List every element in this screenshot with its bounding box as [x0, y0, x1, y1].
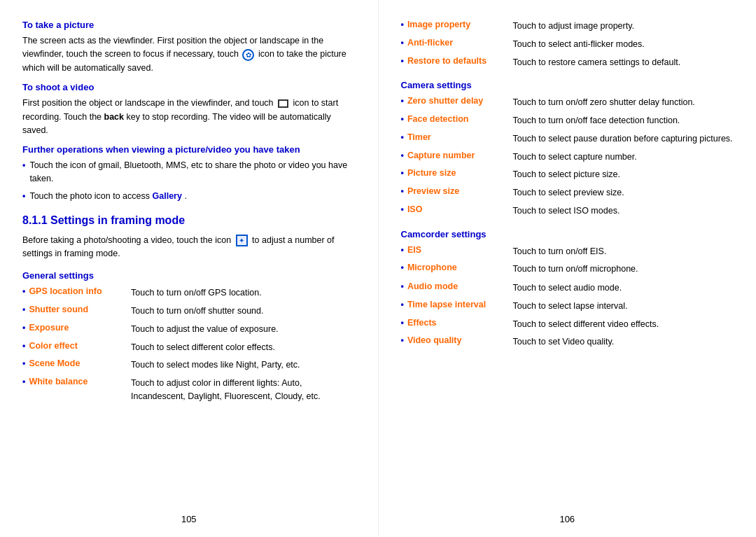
camcorder-settings-list: EIS Touch to turn on/off EIS. Microphone…	[401, 245, 734, 349]
camcorder-settings-heading: Camcorder settings	[401, 229, 734, 239]
setting-color-effect: Color effect Touch to select different c…	[22, 341, 356, 354]
shoot-video-heading: To shoot a video	[22, 82, 356, 92]
left-page: To take a picture The screen acts as the…	[0, 0, 379, 537]
further-heading: Further operations when viewing a pictur…	[22, 144, 356, 155]
general-settings-heading: General settings	[22, 270, 356, 281]
setting-restore-defaults: Restore to defaults Touch to restore cam…	[401, 56, 734, 69]
setting-zero-shutter: Zero shutter delay Touch to turn on/off …	[401, 96, 734, 109]
right-page-number: 106	[559, 514, 575, 524]
further-bullet-1: Touch the icon of gmail, Bluetooth, MMS,…	[22, 159, 356, 186]
setting-timer: Timer Touch to select pause duration bef…	[401, 132, 734, 146]
right-page: Image property Touch to adjust image pro…	[379, 0, 757, 537]
setting-capture-number: Capture number Touch to select capture n…	[401, 151, 734, 164]
setting-preview-size: Preview size Touch to select preview siz…	[401, 186, 734, 200]
setting-gps: GPS location info Touch to turn on/off G…	[22, 286, 356, 300]
take-picture-text: The screen acts as the viewfinder. First…	[22, 34, 356, 75]
setting-effects: Effects Touch to select different video …	[401, 318, 734, 331]
setting-exposure: Exposure Touch to adjust the value of ex…	[22, 323, 356, 336]
setting-white-balance: White balance Touch to adjust color in d…	[22, 377, 356, 403]
setting-anti-flicker: Anti-flicker Touch to select anti-flicke…	[401, 38, 734, 51]
left-page-number: 105	[181, 514, 197, 524]
camera-settings-heading: Camera settings	[401, 80, 734, 90]
setting-picture-size: Picture size Touch to select picture siz…	[401, 168, 734, 181]
image-settings-list: Image property Touch to adjust image pro…	[401, 20, 734, 69]
record-icon	[278, 99, 288, 108]
chapter-text: Before taking a photo/shooting a video, …	[22, 234, 356, 261]
gear-icon: ✦	[236, 235, 248, 246]
setting-shutter: Shutter sound Touch to turn on/off shutt…	[22, 305, 356, 318]
setting-time-lapse: Time lapse interval Touch to select laps…	[401, 300, 734, 313]
setting-face-detection: Face detection Touch to turn on/off face…	[401, 114, 734, 127]
setting-eis: EIS Touch to turn on/off EIS.	[401, 245, 734, 258]
chapter-title: 8.1.1 Settings in framing mode	[22, 214, 356, 227]
camera-settings-list: Zero shutter delay Touch to turn on/off …	[401, 96, 734, 217]
shoot-video-text: First position the object or landscape i…	[22, 97, 356, 137]
further-bullet-2: Touch the photo icon to access Gallery .	[22, 190, 356, 203]
setting-audio-mode: Audio mode Touch to select audio mode.	[401, 281, 734, 295]
camera-icon: ✿	[242, 49, 254, 61]
setting-video-quality: Video quality Touch to set Video quality…	[401, 335, 734, 349]
setting-iso: ISO Touch to select ISO modes.	[401, 204, 734, 218]
setting-scene-mode: Scene Mode Touch to select modes like Ni…	[22, 358, 356, 372]
general-settings-list: GPS location info Touch to turn on/off G…	[22, 286, 356, 403]
take-picture-heading: To take a picture	[22, 20, 356, 30]
setting-microphone: Microphone Touch to turn on/off micropho…	[401, 263, 734, 276]
setting-image-property: Image property Touch to adjust image pro…	[401, 20, 734, 33]
